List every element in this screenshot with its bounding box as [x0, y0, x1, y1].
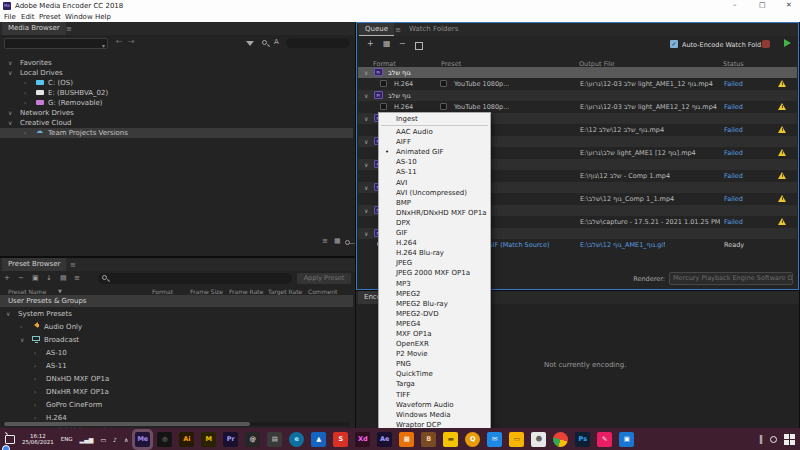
- format-menu-item[interactable]: AS-11: [379, 167, 490, 177]
- preset-cell[interactable]: YouTube 1080p...: [454, 103, 509, 111]
- status-cell[interactable]: Failed: [724, 218, 743, 226]
- thumbnail-view-icon[interactable]: ▦: [334, 237, 341, 245]
- queue-output-row[interactable]: H.264YouTube 1080p...E:\שלב 12-03\גרוע l…: [358, 101, 797, 112]
- format-cell[interactable]: H.264: [394, 80, 413, 88]
- taskbar-app-paint-app[interactable]: ✎: [597, 432, 612, 447]
- status-cell[interactable]: Failed: [724, 126, 743, 134]
- chevron-right-icon[interactable]: ›: [24, 79, 26, 86]
- scrollbar-thumb[interactable]: [4, 422, 250, 426]
- status-cell[interactable]: Failed: [724, 172, 743, 180]
- chevron-right-icon[interactable]: ›: [24, 89, 26, 96]
- preset-settings-icon[interactable]: ≡: [74, 274, 80, 282]
- renderer-combo[interactable]: Mercury Playback Engine Software Only: [669, 272, 793, 285]
- start-queue-button[interactable]: [784, 39, 791, 47]
- list-view-icon[interactable]: ≡: [322, 237, 328, 245]
- apply-preset-button[interactable]: Apply Preset: [297, 273, 351, 284]
- tab-watch-folders[interactable]: Watch Folders: [403, 23, 464, 36]
- format-cell[interactable]: H.264: [394, 103, 413, 111]
- create-preset-icon[interactable]: +: [4, 274, 10, 282]
- chevron-down-icon[interactable]: ∨: [8, 119, 12, 126]
- search-icon[interactable]: [262, 40, 267, 45]
- taskbar-app-chrome[interactable]: [553, 432, 568, 447]
- tab-preset-browser[interactable]: Preset Browser: [2, 258, 66, 271]
- taskbar-app-photoshop[interactable]: Ps: [575, 432, 590, 447]
- back-icon[interactable]: ←: [116, 37, 123, 46]
- format-menu-item[interactable]: MPEG2 Blu-ray: [379, 299, 490, 309]
- remove-icon[interactable]: −: [399, 39, 406, 48]
- filter-icon[interactable]: [246, 41, 254, 46]
- output-file-cell[interactable]: E:\שלב 12-03\גרוע light_AME12_גוף 12.mp4: [580, 103, 717, 111]
- menu-preset[interactable]: Preset: [39, 13, 61, 21]
- media-tree-item[interactable]: ›☁Team Projects Versions: [0, 128, 353, 138]
- add-output-icon[interactable]: ▦: [383, 39, 391, 48]
- chevron-down-icon[interactable]: ∨: [364, 207, 368, 214]
- format-menu-item[interactable]: OpenEXR: [379, 339, 490, 349]
- output-file-cell[interactable]: E:\שלב 12\גוף - Comp 1.mp4: [580, 172, 670, 180]
- status-cell[interactable]: Failed: [724, 103, 743, 111]
- format-menu-item[interactable]: Targa: [379, 379, 490, 389]
- taskbar-app-photos[interactable]: ▲: [311, 432, 326, 447]
- tray-icon[interactable]: ▭: [100, 436, 106, 443]
- output-file-cell[interactable]: E:\גוף 12\שלב_Comp 1_1.mp4: [580, 195, 674, 203]
- output-file-cell[interactable]: E:\גוף 12\שלב_AME1_גוף.gif: [580, 241, 665, 249]
- chevron-down-icon[interactable]: ∨: [364, 115, 368, 122]
- tray-icon[interactable]: ♪: [113, 436, 117, 443]
- preset-row[interactable]: User Presets & Groups: [0, 295, 353, 307]
- chevron-down-icon[interactable]: ∨: [8, 109, 12, 116]
- format-menu-item[interactable]: TIFF: [379, 390, 490, 400]
- menu-edit[interactable]: Edit: [21, 13, 35, 21]
- chevron-down-icon[interactable]: ∨: [364, 138, 368, 145]
- task-view-icon[interactable]: ‖: [759, 435, 763, 444]
- column-header[interactable]: Frame Rate: [229, 288, 263, 295]
- media-tree-item[interactable]: ∨Network Drives: [0, 108, 353, 118]
- chevron-right-icon[interactable]: ›: [34, 349, 36, 356]
- menu-file[interactable]: File: [4, 13, 16, 21]
- chevron-right-icon[interactable]: ›: [34, 401, 36, 408]
- format-menu-item[interactable]: Ingest: [379, 114, 490, 124]
- chevron-right-icon[interactable]: ›: [20, 323, 22, 330]
- output-file-cell[interactable]: E:\שלב\גרוע light_AME1 [גוף 12].mp4: [580, 149, 696, 157]
- column-header[interactable]: Format: [152, 288, 173, 295]
- start-button[interactable]: [784, 434, 795, 445]
- preset-cell[interactable]: YouTube 1080p...: [454, 80, 509, 88]
- taskbar-app-people[interactable]: ☻: [531, 432, 546, 447]
- minimize-button[interactable]: –: [733, 1, 737, 9]
- chevron-right-icon[interactable]: ›: [24, 129, 26, 136]
- preset-search-field[interactable]: [98, 273, 292, 284]
- output-checkbox[interactable]: [380, 103, 387, 110]
- stop-queue-button[interactable]: [762, 40, 770, 48]
- duplicate-icon[interactable]: [417, 44, 423, 50]
- format-menu-item[interactable]: H.264: [379, 238, 490, 248]
- media-search-input[interactable]: [286, 38, 350, 48]
- format-menu-item[interactable]: H.264 Blu-ray: [379, 248, 490, 258]
- chevron-down-icon[interactable]: ∨: [364, 184, 368, 191]
- status-cell[interactable]: Failed: [724, 80, 743, 88]
- taskbar-app-blue-app[interactable]: ▣: [619, 432, 634, 447]
- format-menu-item[interactable]: MXF OP1a: [379, 329, 490, 339]
- format-menu-item[interactable]: DNxHR/DNxHD MXF OP1a: [379, 208, 490, 218]
- format-menu-item[interactable]: AVI (Uncompressed): [379, 188, 490, 198]
- taskbar-app-premiere-pro[interactable]: Pr: [223, 432, 238, 447]
- format-menu-item[interactable]: JPEG 2000 MXF OP1a: [379, 268, 490, 278]
- format-menu-item[interactable]: GIF: [379, 228, 490, 238]
- zoom-slider-handle[interactable]: [345, 240, 350, 245]
- chevron-down-icon[interactable]: ∨: [364, 92, 368, 99]
- format-menu-item[interactable]: BMP: [379, 198, 490, 208]
- preset-row[interactable]: ›AS-11: [0, 360, 353, 372]
- tray-icon[interactable]: ∧: [124, 436, 128, 443]
- chevron-down-icon[interactable]: ∨: [364, 161, 368, 168]
- action-center-icon[interactable]: [5, 435, 15, 444]
- chevron-down-icon[interactable]: ∨: [8, 69, 12, 76]
- format-menu-item[interactable]: MPEG2-DVD: [379, 309, 490, 319]
- format-menu-item[interactable]: AS-10: [379, 157, 490, 167]
- taskbar-app-media-encoder[interactable]: Me: [135, 432, 150, 447]
- menu-window[interactable]: Window: [65, 13, 93, 21]
- media-tree-item[interactable]: ∨Creative Cloud: [0, 118, 353, 128]
- preset-checkbox[interactable]: [440, 80, 447, 87]
- taskbar-app-xd[interactable]: Xd: [355, 432, 370, 447]
- tab-queue[interactable]: Queue: [359, 23, 394, 36]
- media-tree-item[interactable]: ›E: (BUSHBVA_02): [0, 88, 353, 98]
- chevron-right-icon[interactable]: ›: [34, 375, 36, 382]
- format-menu-item[interactable]: MP3: [379, 279, 490, 289]
- taskbar-app-red-s-app[interactable]: S: [333, 432, 348, 447]
